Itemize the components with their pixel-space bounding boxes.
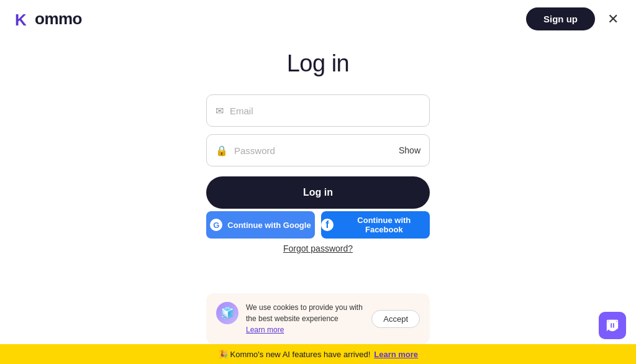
cookie-learn-more-link[interactable]: Learn more bbox=[246, 325, 284, 334]
header-actions: Sign up ✕ bbox=[526, 7, 621, 30]
cookie-banner: 🧊 We use cookies to provide you with the… bbox=[206, 293, 430, 344]
cookie-text: We use cookies to provide you with the b… bbox=[246, 302, 364, 335]
password-input-wrapper: 🔒 Show bbox=[206, 134, 430, 166]
facebook-login-button[interactable]: f Continue with Facebook bbox=[321, 211, 430, 239]
facebook-icon: f bbox=[321, 219, 334, 231]
google-login-button[interactable]: G Continue with Google bbox=[206, 211, 315, 239]
cookie-accept-button[interactable]: Accept bbox=[371, 310, 420, 328]
logo-text: ommo bbox=[35, 9, 82, 29]
email-icon: ✉ bbox=[216, 105, 224, 117]
login-button[interactable]: Log in bbox=[206, 176, 430, 209]
svg-text:K: K bbox=[15, 11, 27, 28]
lock-icon: 🔒 bbox=[216, 145, 228, 157]
show-password-button[interactable]: Show bbox=[399, 145, 420, 155]
forgot-password-link[interactable]: Forgot password? bbox=[283, 243, 353, 253]
support-icon bbox=[606, 319, 619, 332]
google-label: Continue with Google bbox=[227, 221, 311, 230]
password-input[interactable] bbox=[234, 145, 399, 156]
social-login-row: G Continue with Google f Continue with F… bbox=[206, 211, 430, 239]
bottom-bar: 🎉 Kommo's new AI features have arrived! … bbox=[0, 344, 636, 364]
close-button[interactable]: ✕ bbox=[605, 10, 621, 29]
email-input-wrapper: ✉ bbox=[206, 94, 430, 127]
facebook-label: Continue with Facebook bbox=[338, 216, 430, 234]
signup-button[interactable]: Sign up bbox=[526, 7, 595, 30]
bottom-bar-link[interactable]: Learn more bbox=[374, 350, 418, 359]
page-title: Log in bbox=[287, 50, 350, 77]
login-form: ✉ 🔒 Show Log in bbox=[206, 94, 430, 209]
logo: K ommo bbox=[15, 9, 82, 29]
cookie-avatar: 🧊 bbox=[216, 302, 238, 324]
support-button[interactable] bbox=[599, 312, 626, 339]
logo-icon: K bbox=[15, 11, 32, 28]
main-content: Log in ✉ 🔒 Show Log in G Continue with G… bbox=[0, 38, 636, 253]
google-icon: G bbox=[210, 219, 222, 231]
email-input[interactable] bbox=[230, 106, 420, 116]
header: K ommo Sign up ✕ bbox=[0, 0, 636, 38]
bottom-bar-text: 🎉 Kommo's new AI features have arrived! bbox=[218, 350, 370, 359]
